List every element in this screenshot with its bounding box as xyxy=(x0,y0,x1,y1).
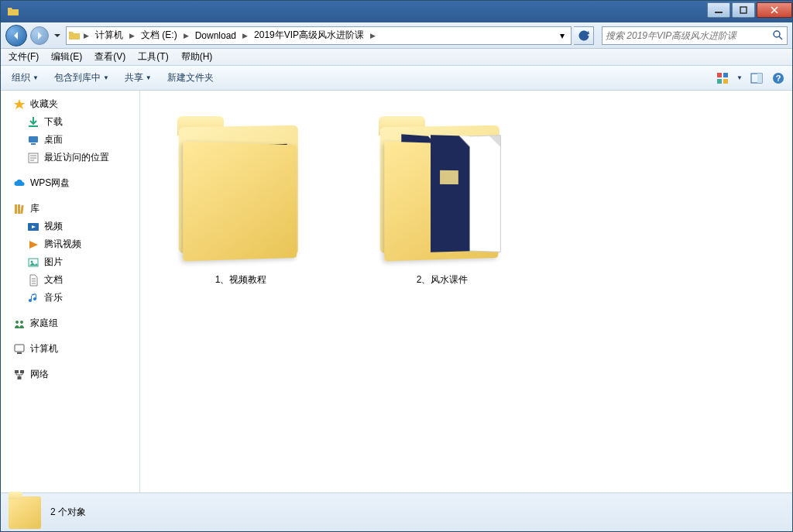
svg-rect-24 xyxy=(15,370,19,373)
computer-icon xyxy=(13,343,26,355)
newfolder-button[interactable]: 新建文件夹 xyxy=(161,69,220,87)
music-icon xyxy=(27,292,39,304)
minimize-button[interactable] xyxy=(707,2,730,18)
help-button[interactable]: ? xyxy=(769,69,788,88)
view-mode-dropdown[interactable]: ▼ xyxy=(735,74,744,81)
document-icon xyxy=(27,274,39,287)
menu-view[interactable]: 查看(V) xyxy=(88,49,132,65)
folder-icon xyxy=(171,112,311,267)
picture-icon xyxy=(27,256,39,269)
sidebar-documents[interactable]: 文档 xyxy=(1,271,139,289)
search-icon[interactable] xyxy=(771,30,784,40)
back-button[interactable] xyxy=(5,25,27,46)
nav-bar: ▶ 计算机 ▶ 文档 (E:) ▶ Download ▶ 2019年VIP高级风… xyxy=(1,22,792,49)
sidebar-tencent-video[interactable]: 腾讯视频 xyxy=(1,235,139,253)
svg-rect-16 xyxy=(20,204,24,213)
include-button[interactable]: 包含到库中▼ xyxy=(48,69,115,87)
breadcrumb-drive[interactable]: 文档 (E:) xyxy=(138,29,180,42)
address-dropdown[interactable]: ▾ xyxy=(555,30,569,41)
sidebar-network[interactable]: 网络 xyxy=(1,366,139,383)
organize-button[interactable]: 组织▼ xyxy=(5,69,45,87)
svg-rect-15 xyxy=(18,204,20,214)
svg-rect-1 xyxy=(740,7,747,13)
menu-edit[interactable]: 编辑(E) xyxy=(45,49,88,65)
sidebar-favorites[interactable]: 收藏夹 xyxy=(1,95,139,113)
sidebar-videos[interactable]: 视频 xyxy=(1,218,139,235)
svg-text:?: ? xyxy=(776,74,781,83)
breadcrumb-sep[interactable]: ▶ xyxy=(182,32,191,39)
sidebar-recent[interactable]: 最近访问的位置 xyxy=(1,149,139,166)
menu-tools[interactable]: 工具(T) xyxy=(132,49,174,65)
sidebar-wps[interactable]: WPS网盘 xyxy=(1,174,139,192)
breadcrumb-current[interactable]: 2019年VIP高级风水进阶课 xyxy=(251,29,367,42)
sidebar-computer[interactable]: 计算机 xyxy=(1,340,139,358)
svg-rect-8 xyxy=(757,74,762,83)
svg-point-20 xyxy=(15,321,19,324)
sidebar-downloads[interactable]: 下载 xyxy=(1,113,139,131)
window-controls xyxy=(707,5,792,18)
close-button[interactable] xyxy=(757,2,792,18)
svg-rect-3 xyxy=(717,73,722,77)
forward-button[interactable] xyxy=(30,26,49,45)
search-box[interactable] xyxy=(602,26,788,45)
folder-label: 1、视频教程 xyxy=(215,273,267,287)
view-mode-button[interactable] xyxy=(713,69,732,88)
maximize-button[interactable] xyxy=(732,2,755,18)
body: 收藏夹 下载 桌面 最近访问的位置 WPS网盘 库 视频 腾讯视频 图片 文档 … xyxy=(1,91,792,493)
svg-point-21 xyxy=(20,321,23,324)
sidebar-music[interactable]: 音乐 xyxy=(1,289,139,307)
folder-label: 2、风水课件 xyxy=(417,273,469,287)
status-folder-icon xyxy=(9,496,41,529)
sidebar-homegroup[interactable]: 家庭组 xyxy=(1,314,139,332)
sidebar-label: 收藏夹 xyxy=(30,98,58,111)
svg-rect-14 xyxy=(15,204,17,214)
desktop-icon xyxy=(27,134,39,146)
tencent-video-icon xyxy=(27,239,39,251)
explorer-window: ▶ 计算机 ▶ 文档 (E:) ▶ Download ▶ 2019年VIP高级风… xyxy=(0,0,793,532)
history-dropdown[interactable] xyxy=(52,33,63,39)
path-icon xyxy=(68,29,81,42)
sidebar-libraries[interactable]: 库 xyxy=(1,200,139,218)
cloud-icon xyxy=(13,177,26,190)
svg-rect-6 xyxy=(723,79,728,84)
breadcrumb-sep[interactable]: ▶ xyxy=(128,32,136,39)
svg-rect-12 xyxy=(31,143,36,145)
share-button[interactable]: 共享▼ xyxy=(118,69,158,87)
refresh-button[interactable] xyxy=(574,26,594,45)
status-text: 2 个对象 xyxy=(50,506,86,519)
sidebar: 收藏夹 下载 桌面 最近访问的位置 WPS网盘 库 视频 腾讯视频 图片 文档 … xyxy=(1,91,140,493)
folder-item-1[interactable]: 1、视频教程 xyxy=(163,106,318,293)
breadcrumb-sep[interactable]: ▶ xyxy=(82,32,91,39)
window-icon xyxy=(7,5,19,18)
network-icon xyxy=(13,369,26,381)
svg-rect-11 xyxy=(29,136,38,142)
svg-point-19 xyxy=(31,260,33,263)
svg-rect-0 xyxy=(715,12,723,13)
breadcrumb-sep[interactable]: ▶ xyxy=(241,32,249,39)
svg-rect-4 xyxy=(723,73,728,77)
search-input[interactable] xyxy=(606,30,771,41)
menu-help[interactable]: 帮助(H) xyxy=(175,49,219,65)
folder-item-2[interactable]: 2、风水课件 xyxy=(365,106,520,293)
breadcrumb-download[interactable]: Download xyxy=(192,30,239,41)
folder-icon xyxy=(372,112,512,267)
titlebar xyxy=(1,1,792,22)
svg-rect-22 xyxy=(15,345,24,352)
address-bar[interactable]: ▶ 计算机 ▶ 文档 (E:) ▶ Download ▶ 2019年VIP高级风… xyxy=(66,26,572,45)
svg-rect-5 xyxy=(717,79,722,84)
sidebar-pictures[interactable]: 图片 xyxy=(1,253,139,271)
content-pane[interactable]: 1、视频教程 2、风水课件 xyxy=(140,91,792,493)
video-icon xyxy=(27,221,39,233)
sidebar-desktop[interactable]: 桌面 xyxy=(1,131,139,149)
svg-rect-26 xyxy=(18,376,22,379)
download-icon xyxy=(27,116,39,129)
library-icon xyxy=(13,203,26,215)
svg-point-2 xyxy=(774,31,780,37)
svg-rect-23 xyxy=(17,352,22,354)
preview-pane-button[interactable] xyxy=(747,69,766,88)
breadcrumb-computer[interactable]: 计算机 xyxy=(92,29,126,42)
homegroup-icon xyxy=(13,317,26,330)
star-icon xyxy=(13,98,26,111)
menu-file[interactable]: 文件(F) xyxy=(2,49,45,65)
breadcrumb-sep[interactable]: ▶ xyxy=(369,32,377,39)
